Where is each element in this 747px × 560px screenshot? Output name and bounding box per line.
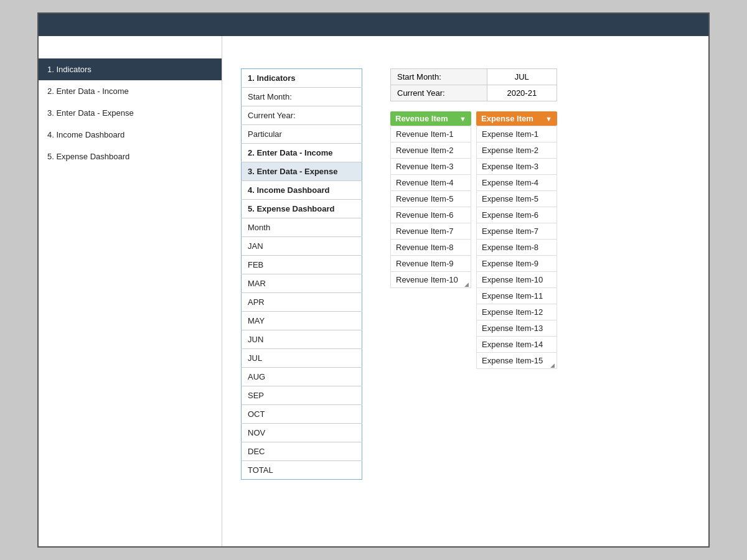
expense-item-6[interactable]: Expense Item-6 bbox=[477, 207, 557, 223]
nav-table-row-17: SEP bbox=[242, 386, 362, 405]
nav-table-row-8: Month bbox=[242, 218, 362, 237]
sidebar-item-enter-data-expense[interactable]: 3. Enter Data - Expense bbox=[39, 102, 222, 124]
revenue-item-1[interactable]: Revenue Item-1 bbox=[391, 126, 471, 142]
nav-table-row-5: 3. Enter Data - Expense bbox=[242, 162, 362, 181]
nav-table-row-13: MAY bbox=[242, 312, 362, 330]
info-value-1[interactable]: 2020-21 bbox=[487, 85, 557, 101]
app-window: 1. Indicators2. Enter Data - Income3. En… bbox=[37, 12, 710, 548]
expense-column: Expense Item▼Expense Item-1Expense Item-… bbox=[476, 111, 557, 369]
nav-table: 1. IndicatorsStart Month:Current Year:Pa… bbox=[241, 68, 362, 480]
sidebar-item-indicators[interactable]: 1. Indicators bbox=[39, 58, 222, 80]
expense-item-11[interactable]: Expense Item-11 bbox=[477, 288, 557, 304]
expense-item-4[interactable]: Expense Item-4 bbox=[477, 175, 557, 191]
expense-table: Expense Item-1Expense Item-2Expense Item… bbox=[476, 126, 557, 369]
revenue-column: Revenue Item▼Revenue Item-1Revenue Item-… bbox=[390, 111, 471, 369]
content-area: 1. IndicatorsStart Month:Current Year:Pa… bbox=[241, 68, 690, 480]
expense-item-15[interactable]: Expense Item-15◢ bbox=[477, 353, 557, 369]
expense-item-2[interactable]: Expense Item-2 bbox=[477, 142, 557, 159]
revenue-item-5[interactable]: Revenue Item-5 bbox=[391, 191, 471, 207]
nav-table-row-11: MAR bbox=[242, 274, 362, 293]
revenue-header-label: Revenue Item bbox=[395, 114, 448, 123]
nav-table-row-16: AUG bbox=[242, 368, 362, 386]
main-panel: 1. IndicatorsStart Month:Current Year:Pa… bbox=[222, 36, 708, 546]
expense-resize-handle[interactable]: ◢ bbox=[550, 362, 555, 367]
nav-table-row-15: JUL bbox=[242, 349, 362, 368]
info-label-0: Start Month: bbox=[391, 69, 487, 85]
expense-header[interactable]: Expense Item▼ bbox=[476, 111, 557, 126]
revenue-item-6[interactable]: Revenue Item-6 bbox=[391, 207, 471, 223]
nav-table-row-18: OCT bbox=[242, 405, 362, 424]
nav-table-row-3: Particular bbox=[242, 125, 362, 144]
expense-item-7[interactable]: Expense Item-7 bbox=[477, 223, 557, 240]
revenue-item-7[interactable]: Revenue Item-7 bbox=[391, 223, 471, 240]
sidebar-item-income-dashboard[interactable]: 4. Income Dashboard bbox=[39, 124, 222, 146]
nav-table-row-7: 5. Expense Dashboard bbox=[242, 200, 362, 218]
expense-item-8[interactable]: Expense Item-8 bbox=[477, 240, 557, 256]
sidebar-item-enter-data-income[interactable]: 2. Enter Data - Income bbox=[39, 80, 222, 102]
expense-item-5[interactable]: Expense Item-5 bbox=[477, 191, 557, 207]
revenue-item-8[interactable]: Revenue Item-8 bbox=[391, 240, 471, 256]
nav-table-row-9: JAN bbox=[242, 237, 362, 256]
revenue-item-2[interactable]: Revenue Item-2 bbox=[391, 142, 471, 159]
nav-table-row-21: TOTAL bbox=[242, 461, 362, 480]
revenue-item-4[interactable]: Revenue Item-4 bbox=[391, 175, 471, 191]
revenue-item-10[interactable]: Revenue Item-10◢ bbox=[391, 272, 471, 288]
revenue-item-3[interactable]: Revenue Item-3 bbox=[391, 159, 471, 175]
expense-item-1[interactable]: Expense Item-1 bbox=[477, 126, 557, 142]
nav-table-row-1: Start Month: bbox=[242, 88, 362, 106]
nav-table-row-4: 2. Enter Data - Income bbox=[242, 144, 362, 162]
info-label-1: Current Year: bbox=[391, 85, 487, 101]
sidebar-nav: 1. Indicators2. Enter Data - Income3. En… bbox=[39, 58, 222, 167]
info-table: Start Month:JULCurrent Year:2020-21 bbox=[390, 68, 557, 101]
nav-table-row-14: JUN bbox=[242, 330, 362, 349]
nav-table-row-20: DEC bbox=[242, 442, 362, 461]
revenue-header[interactable]: Revenue Item▼ bbox=[390, 111, 471, 126]
expense-item-13[interactable]: Expense Item-13 bbox=[477, 320, 557, 337]
left-section: 1. IndicatorsStart Month:Current Year:Pa… bbox=[241, 68, 365, 480]
data-columns: Revenue Item▼Revenue Item-1Revenue Item-… bbox=[390, 111, 557, 369]
sidebar-title bbox=[39, 36, 222, 58]
expense-item-9[interactable]: Expense Item-9 bbox=[477, 256, 557, 272]
main-content: 1. Indicators2. Enter Data - Income3. En… bbox=[39, 36, 708, 546]
nav-table-row-10: FEB bbox=[242, 256, 362, 274]
expense-header-label: Expense Item bbox=[481, 114, 533, 123]
revenue-dropdown-icon[interactable]: ▼ bbox=[459, 115, 466, 123]
revenue-table: Revenue Item-1Revenue Item-2Revenue Item… bbox=[390, 126, 471, 288]
nav-table-row-6: 4. Income Dashboard bbox=[242, 181, 362, 200]
nav-table-row-2: Current Year: bbox=[242, 106, 362, 125]
expense-dropdown-icon[interactable]: ▼ bbox=[545, 115, 552, 123]
expense-item-3[interactable]: Expense Item-3 bbox=[477, 159, 557, 175]
nav-table-row-19: NOV bbox=[242, 424, 362, 442]
sidebar: 1. Indicators2. Enter Data - Income3. En… bbox=[39, 36, 222, 546]
expense-item-14[interactable]: Expense Item-14 bbox=[477, 337, 557, 353]
nav-table-row-12: APR bbox=[242, 293, 362, 312]
info-value-0[interactable]: JUL bbox=[487, 69, 557, 85]
expense-item-12[interactable]: Expense Item-12 bbox=[477, 304, 557, 320]
revenue-resize-handle[interactable]: ◢ bbox=[464, 281, 469, 286]
nav-table-row-0: 1. Indicators bbox=[242, 69, 362, 88]
expense-item-10[interactable]: Expense Item-10 bbox=[477, 272, 557, 288]
revenue-item-9[interactable]: Revenue Item-9 bbox=[391, 256, 471, 272]
title-bar bbox=[39, 14, 708, 36]
sidebar-item-expense-dashboard[interactable]: 5. Expense Dashboard bbox=[39, 146, 222, 167]
